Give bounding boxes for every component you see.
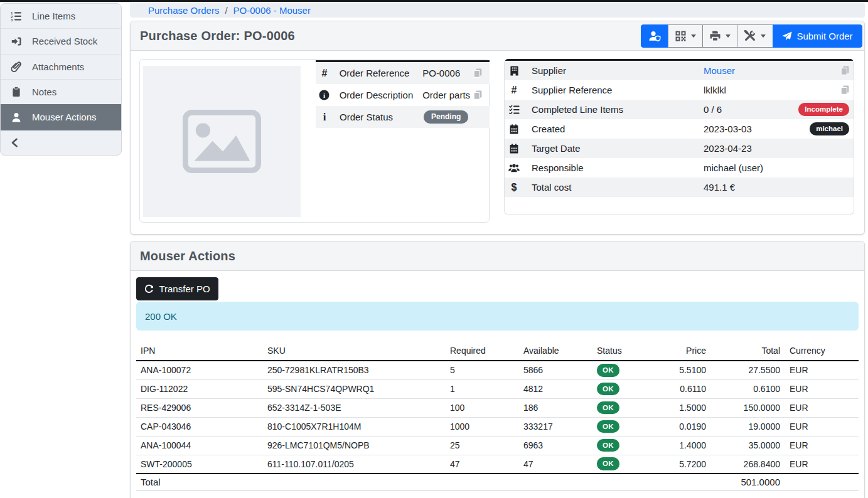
mouser-actions-panel-header: Mouser Actions (131, 241, 864, 271)
breadcrumb-link-purchase-orders[interactable]: Purchase Orders (148, 5, 219, 16)
alert-text: 200 OK (145, 311, 177, 322)
page-title: Purchase Order: PO-0006 (140, 29, 295, 43)
mouser-actions-panel: Mouser Actions Transfer PO 200 OK (130, 241, 865, 498)
sidebar-item-received-stock[interactable]: Received Stock (1, 28, 121, 53)
submit-order-label: Submit Order (796, 31, 852, 41)
barcode-menu-button[interactable] (668, 24, 703, 48)
cell-required: 5 (446, 361, 519, 379)
table-total-row: Total 501.0000 (136, 474, 859, 490)
hashtag-icon: # (505, 85, 523, 95)
responsible-row: Responsible michael (user) (505, 158, 854, 177)
incomplete-badge: Incomplete (798, 103, 849, 116)
copy-button[interactable] (473, 68, 490, 78)
copy-button[interactable] (840, 85, 849, 95)
cell-currency: EUR (785, 436, 859, 455)
sidebar-collapse-button[interactable] (1, 130, 121, 155)
order-toolbar: Submit Order (641, 24, 862, 48)
col-header-status: Status (592, 341, 646, 361)
completed-line-items-row: Completed Line Items 0 / 6 Incomplete (505, 100, 854, 119)
sidebar-item-label: Received Stock (32, 36, 97, 46)
order-details-table: # Order Reference PO-0006 (316, 60, 490, 128)
cell-ipn: CAP-043046 (136, 417, 263, 436)
table-row: DIG-112022 595-SN74HCS74QPWRQ1 1 4812 OK… (136, 379, 859, 398)
users-icon (505, 164, 523, 172)
detail-value: Order parts (422, 90, 473, 100)
supplier-link[interactable]: Mouser (704, 65, 735, 76)
cell-total: 0.6100 (711, 379, 785, 398)
detail-label: Supplier (523, 65, 704, 76)
caret-down-icon (761, 34, 766, 40)
cell-currency: EUR (785, 417, 859, 436)
cell-available: 333217 (519, 417, 592, 436)
user-icon (1, 112, 32, 122)
purchase-order-panel-header: Purchase Order: PO-0006 (131, 21, 864, 51)
ok-badge: OK (597, 420, 619, 433)
copy-button[interactable] (473, 90, 490, 100)
col-header-required: Required (446, 341, 519, 361)
table-row: RES-429006 652-3314Z-1-503E 100 186 OK 1… (136, 398, 859, 417)
caret-down-icon (726, 34, 731, 40)
cell-available: 47 (519, 455, 592, 474)
cell-status: OK (592, 436, 646, 455)
detail-label: Completed Line Items (523, 104, 704, 115)
detail-label: Total cost (523, 182, 704, 193)
table-row: ANA-100072 250-72981KLRATR150B3 5 5866 O… (136, 361, 859, 379)
clipboard-icon (1, 87, 32, 97)
breadcrumb-separator: / (219, 5, 233, 16)
detail-value: michael (user) (704, 162, 854, 173)
cell-sku: 810-C1005X7R1H104M (263, 417, 446, 436)
detail-label: Order Reference (333, 68, 423, 78)
cell-ipn: DIG-112022 (136, 379, 263, 398)
paperclip-icon (1, 61, 32, 72)
admin-button[interactable] (641, 24, 668, 48)
sidebar-item-line-items[interactable]: 1 2 3 Line Items (1, 4, 121, 28)
submit-order-button[interactable]: Submit Order (773, 24, 862, 48)
table-row: SWT-200005 611-110.107.011/0205 47 47 OK… (136, 455, 859, 474)
copy-button[interactable] (840, 66, 849, 75)
qrcode-icon (675, 31, 686, 41)
cell-total: 27.5500 (711, 361, 785, 379)
supplier-details-card: Supplier Mouser # Supplier Reference lkl (504, 59, 854, 215)
supplier-reference-row: # Supplier Reference lklklkl (505, 80, 854, 100)
line-items-table: IPN SKU Required Available Status Price … (136, 341, 859, 491)
sidebar-item-label: Line Items (32, 11, 75, 21)
cell-price: 1.4000 (646, 436, 711, 455)
order-options-button[interactable] (737, 24, 773, 48)
sidebar-item-mouser-actions[interactable]: Mouser Actions (1, 104, 121, 129)
sidebar-item-label: Notes (32, 87, 56, 97)
print-menu-button[interactable] (702, 24, 737, 48)
tools-icon (744, 30, 756, 41)
part-image-placeholder[interactable] (143, 66, 301, 217)
cell-sku: 595-SN74HCS74QPWRQ1 (263, 379, 446, 398)
detail-value: 0 / 6 (704, 104, 798, 115)
ok-badge: OK (597, 457, 619, 470)
cell-available: 186 (519, 398, 592, 417)
detail-value: PO-0006 (422, 68, 473, 78)
sidebar: 1 2 3 Line Items Received Stock Attachme… (0, 3, 122, 156)
chevron-left-icon (1, 138, 28, 147)
sidebar-item-attachments[interactable]: Attachments (1, 54, 121, 79)
sidebar-item-notes[interactable]: Notes (1, 79, 121, 104)
building-icon (505, 66, 523, 76)
sidebar-item-label: Mouser Actions (32, 112, 97, 122)
cell-price: 5.5100 (646, 361, 711, 379)
detail-label: Target Date (523, 143, 704, 154)
cell-ipn: RES-429006 (136, 398, 263, 417)
ok-badge: OK (597, 383, 619, 396)
cell-required: 25 (446, 436, 519, 455)
transfer-po-button[interactable]: Transfer PO (136, 277, 218, 300)
cell-sku: 926-LMC7101QM5/NOPB (263, 436, 446, 455)
navbar-bottom-edge (0, 0, 868, 2)
caret-down-icon (691, 34, 696, 40)
detail-label: Order Description (333, 90, 423, 100)
status-alert: 200 OK (136, 302, 859, 331)
calendar-icon (505, 144, 523, 154)
dollar-icon: $ (505, 183, 523, 193)
order-details-card: # Order Reference PO-0006 (139, 59, 490, 223)
cell-available: 4812 (519, 379, 592, 398)
cell-total: 19.0000 (711, 417, 785, 436)
cell-sku: 250-72981KLRATR150B3 (263, 361, 446, 379)
target-date-row: Target Date 2023-04-23 (505, 139, 854, 158)
order-status-row: i Order Status Pending (316, 106, 490, 128)
breadcrumb-link-current-order[interactable]: PO-0006 - Mouser (233, 5, 311, 16)
